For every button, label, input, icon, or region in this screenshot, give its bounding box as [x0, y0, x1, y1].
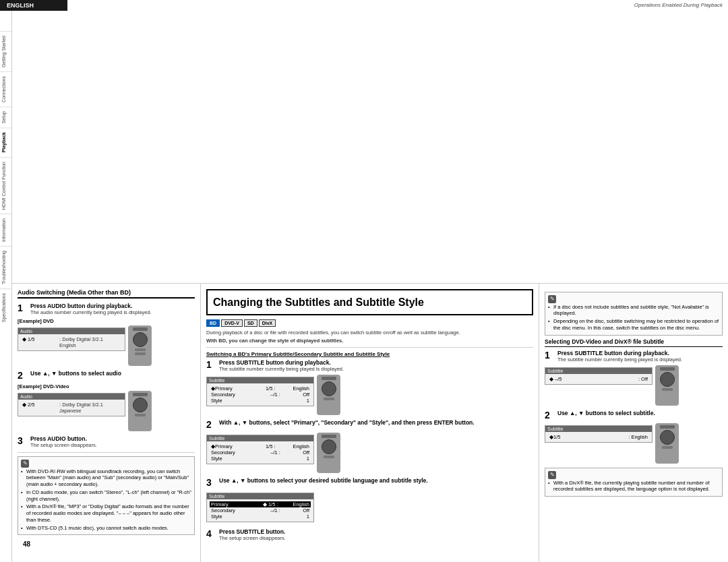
sidebar-item-connections[interactable]: Connections	[0, 71, 11, 106]
step2-screen-title: Audio	[18, 394, 125, 400]
sub-step1-row2: Style 1	[211, 398, 309, 404]
rm-small2	[135, 352, 146, 355]
right-step2-screen: Subtitle ◆1/5 : English	[545, 425, 653, 443]
right-step1-block: 1 Press SUBTITLE button during playback.…	[545, 350, 723, 406]
sub-step3-srow2: Style 1	[211, 513, 309, 520]
sub-step3-row: 3 Use ▲, ▼ buttons to select your desire…	[206, 477, 533, 488]
sub-step2-srow1: Secondary –/1 : Off	[211, 449, 309, 456]
left-panel-title: Audio Switching (Media Other than BD)	[18, 289, 195, 299]
sub-s2-key1: Secondary	[211, 449, 248, 456]
step2-row: 2 Use ▲, ▼ buttons to select audio	[18, 370, 195, 381]
sub-s1-key1: Secondary	[211, 392, 248, 398]
right-step1-desc: The subtitle number currently being play…	[557, 356, 722, 363]
right-panel: ✎ If a disc does not include subtitles a…	[539, 284, 728, 563]
sub-step3-label: Use ▲, ▼ buttons to select your desired …	[219, 477, 533, 484]
right-step2-screen-area: Subtitle ◆1/5 : English	[545, 423, 723, 464]
step1-number: 1	[18, 303, 28, 315]
english-label: ENGLISH	[0, 0, 67, 11]
step1-desc: The audio number currently being played …	[30, 309, 194, 315]
sub-s3-col11: –/1 :	[270, 507, 280, 513]
step4-desc: The setup screen disappears.	[219, 535, 533, 541]
sub-step3-screen: Subtitle Primary ◆ 1/5 : English Seconda…	[206, 493, 314, 522]
right-step1-screen: Subtitle ◆ –/5 : Off	[545, 367, 653, 385]
sub-s2-col21: Off	[303, 449, 309, 456]
right-step1-srow0: ◆ –/5 : Off	[549, 376, 648, 382]
sidebar-item-information[interactable]: Information	[0, 214, 11, 246]
left-note-item3: With DTS-CD (5.1 music disc), you cannot…	[21, 524, 191, 532]
rm-small7	[662, 446, 673, 449]
left-note-item1: In CD audio mode, you can switch "Stereo…	[21, 489, 191, 503]
sidebar-item-setup[interactable]: Setup	[0, 106, 11, 127]
sub-step1-block: 1 Press SUBTITLE button during playback.…	[206, 359, 533, 415]
right-s1-val0: : Off	[638, 376, 648, 382]
middle-panel: Changing the Subtitles and Subtitle Styl…	[201, 284, 539, 563]
sub-step2-screen-area: Subtitle ◆Primary 1/5 : English Secondar…	[206, 433, 533, 473]
sub-step2-srow2: Style 1	[211, 456, 309, 462]
sub-s3-key0: Primary	[211, 501, 248, 507]
sidebar-item-playback[interactable]: Playback	[0, 127, 11, 156]
step4-number: 4	[206, 528, 217, 541]
sub-step2-content: With ▲, ▼ buttons, select "Primary", "Se…	[219, 419, 533, 430]
right-note1-item0: If a disc does not include subtitles and…	[548, 303, 719, 318]
badge-bd: BD	[206, 319, 220, 327]
format-badges: BD DVD-V SD DivX	[206, 319, 533, 327]
right-note2-icon: ✎	[548, 471, 556, 479]
sub-step2-label: With ▲, ▼ buttons, select "Primary", "Se…	[219, 419, 533, 426]
rm-small6	[662, 388, 673, 391]
left-note-item2: With a DivX® file, "MP3" or "Dolby Digit…	[21, 503, 191, 524]
sidebar-item-troubleshooting[interactable]: Troubleshooting	[0, 246, 11, 288]
rm-circle3	[322, 381, 336, 396]
step1-screen-row0: ◆ 1/5 : Dolby Digital 3/2.1 English	[22, 336, 121, 348]
right-step1-content: Press SUBTITLE button during playback. T…	[557, 350, 722, 363]
sub-step1-screen-title: Subtitle	[207, 377, 313, 383]
sub-step3-screen-title: Subtitle	[207, 493, 313, 499]
step1-screen-area: Audio ◆ 1/5 : Dolby Digital 3/2.1 Englis…	[18, 325, 195, 366]
right-s2-key0: ◆1/5	[549, 434, 586, 440]
sub-step1-row1: Secondary –/1 : Off	[211, 392, 309, 398]
sub-step3-srow1: Secondary –/1 : Off	[211, 507, 309, 513]
sub-s3-col12: 1	[307, 513, 309, 520]
right-step1-screen-area: Subtitle ◆ –/5 : Off	[545, 365, 723, 406]
step1-row: 1 Press AUDIO button during playback. Th…	[18, 303, 195, 315]
rm-btn4	[322, 435, 336, 438]
right-note1-item1: Depending on the disc, subtitle switchin…	[548, 317, 719, 332]
right-step2-content: Use ▲, ▼ buttons to select subtitle.	[557, 410, 722, 420]
sub-step2-remote	[317, 433, 340, 473]
right-step2-label: Use ▲, ▼ buttons to select subtitle.	[557, 410, 722, 416]
sidebar-item-hdmi[interactable]: HDMI Control Function	[0, 157, 11, 214]
right-note1-icon: ✎	[548, 295, 556, 303]
step2-row0-val: : Dolby Digital 3/2.1 Japanese	[59, 402, 121, 414]
sub-s3-key2: Style	[211, 513, 248, 520]
step2-remote	[128, 391, 152, 431]
sub-step1-screen: Subtitle ◆Primary 1/5 : English Secondar…	[206, 377, 314, 406]
right-step1-remote	[655, 365, 679, 406]
step1-screen: Audio ◆ 1/5 : Dolby Digital 3/2.1 Englis…	[18, 327, 125, 351]
right-note1: ✎ If a disc does not include subtitles a…	[545, 292, 723, 336]
step3-row: 3 Press AUDIO button. The setup screen d…	[18, 435, 195, 448]
subsection1-title: Switching a BD's Primary Subtitle/Second…	[206, 351, 533, 357]
sidebar-item-getting-started[interactable]: Getting Started	[0, 31, 11, 71]
middle-intro2: With BD, you can change the style of dis…	[206, 338, 533, 344]
left-note: ✎ With DVD-R/-RW with bilingual soundtra…	[18, 456, 195, 536]
right-section-title: Selecting DVD-Video and DivX® file Subti…	[545, 338, 723, 347]
sub-s2-col10: 1/5 :	[266, 443, 276, 449]
rm-btn5	[660, 367, 675, 371]
right-note2: ✎ With a DivX® file, the currently playi…	[545, 468, 723, 497]
right-step2-srow0: ◆1/5 : English	[549, 434, 648, 440]
sidebar-item-specifications[interactable]: Specifications	[0, 288, 11, 326]
page-number: 48	[18, 538, 195, 551]
rm-circle4	[322, 439, 336, 454]
rm-small3	[135, 414, 146, 416]
sidebar-top-label: ENGLISH	[0, 0, 11, 11]
step4-label: Press SUBTITLE button.	[219, 528, 533, 535]
sub-s1-col12: 1	[307, 398, 309, 404]
step3-number: 3	[18, 435, 28, 448]
rm-btn6	[660, 425, 675, 429]
middle-intro: During playback of a disc or file with r…	[206, 330, 533, 336]
sidebar-nav: Getting Started Connections Setup Playba…	[0, 11, 11, 562]
rm-circle2	[133, 398, 148, 412]
right-step2-number: 2	[545, 410, 555, 420]
sub-s3-col10: ◆ 1/5 :	[263, 501, 278, 507]
rm-small1	[135, 348, 146, 351]
right-step2-screen-title: Subtitle	[545, 426, 652, 432]
